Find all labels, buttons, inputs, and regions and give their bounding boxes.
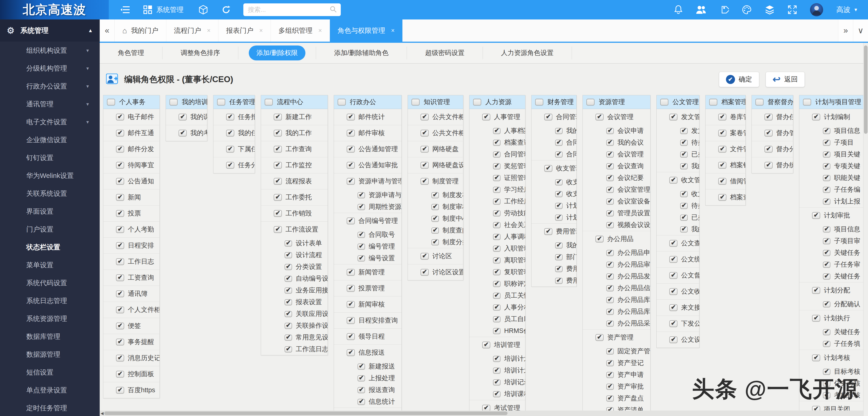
checkbox[interactable] [179,130,187,136]
cube-icon[interactable] [198,5,208,14]
subtab-1[interactable]: 调整角色排序 [162,47,238,59]
checkbox[interactable] [347,349,355,356]
sidebar-item-8[interactable]: 关联系统设置 [0,185,100,203]
close-icon[interactable]: × [391,27,395,34]
checkbox[interactable] [493,163,500,169]
checkbox[interactable] [586,99,594,105]
checkbox[interactable] [116,146,124,152]
checkbox[interactable] [803,99,811,105]
checkbox[interactable] [812,212,820,219]
checkbox[interactable] [116,387,124,393]
sidebar-item-9[interactable]: 界面设置 [0,203,100,220]
checkbox[interactable] [718,194,726,201]
checkbox[interactable] [493,128,500,134]
checkbox[interactable] [493,281,500,287]
checkbox[interactable] [116,210,124,217]
checkbox[interactable] [606,348,614,354]
tab-4[interactable]: 角色与权限管理× [330,20,403,42]
tab-0[interactable]: ⌂我的门户 [115,20,166,42]
checkbox[interactable] [116,322,124,329]
checkbox[interactable] [823,262,830,268]
checkbox[interactable] [285,346,292,352]
checkbox[interactable] [823,341,830,347]
sidebar-item-13[interactable]: 系统代码设置 [0,274,100,292]
checkbox[interactable] [606,262,614,268]
checkbox[interactable] [555,179,563,185]
checkbox[interactable] [823,226,830,233]
sidebar-header-system-admin[interactable]: ⚙ 系统管理 ▲ [0,20,100,42]
checkbox[interactable] [718,178,726,185]
checkbox[interactable] [493,379,500,385]
checkbox[interactable] [347,317,355,324]
sidebar-item-5[interactable]: 企业微信设置 [0,131,100,149]
sidebar-item-16[interactable]: 数据库管理 [0,328,100,346]
user-avatar[interactable] [810,3,823,16]
sidebar-item-17[interactable]: 数据源管理 [0,346,100,363]
checkbox[interactable] [555,254,563,260]
checkbox[interactable] [555,266,563,272]
apps-grid-icon[interactable] [143,5,152,14]
checkbox[interactable] [116,274,124,281]
back-button[interactable]: ↩ 返回 [766,72,805,87]
subtab-5[interactable]: 人力资源角色设置 [483,47,572,59]
checkbox[interactable] [606,187,614,193]
checkbox[interactable] [226,130,234,136]
checkbox[interactable] [116,371,124,378]
checkbox[interactable] [606,250,614,256]
subtab-3[interactable]: 添加/删除辅助角色 [316,47,407,59]
checkbox[interactable] [116,194,124,201]
checkbox[interactable] [606,320,614,326]
checkbox[interactable] [347,333,355,340]
checkbox[interactable] [226,146,234,152]
checkbox[interactable] [358,204,365,210]
tab-2[interactable]: 报表门户× [218,20,271,42]
checkbox[interactable] [431,204,439,210]
checkbox[interactable] [274,146,282,152]
checkbox[interactable] [823,140,830,146]
scroll-left-arrow-icon[interactable]: ◀ [101,411,103,416]
checkbox[interactable] [555,242,563,248]
checkbox[interactable] [482,114,490,120]
checkbox[interactable] [718,114,726,120]
checkbox[interactable] [823,187,830,193]
checkbox[interactable] [347,162,355,169]
checkbox[interactable] [285,264,292,270]
checkbox[interactable] [116,307,124,313]
close-icon[interactable]: × [318,27,322,34]
checkbox[interactable] [274,210,282,217]
checkbox[interactable] [493,304,500,311]
checkbox[interactable] [347,114,355,120]
checkbox[interactable] [669,288,678,295]
checkbox[interactable] [812,287,820,294]
checkbox[interactable] [555,215,563,221]
checkbox[interactable] [606,384,614,390]
checkbox[interactable] [347,217,355,224]
checkbox[interactable] [823,301,830,307]
sidebar-item-15[interactable]: 系统资源管理 [0,310,100,328]
checkbox[interactable] [493,316,500,322]
sidebar-item-10[interactable]: 门户设置 [0,220,100,238]
checkbox[interactable] [680,151,688,158]
horizontal-scrollbar-thumb[interactable] [104,412,507,415]
checkbox[interactable] [493,234,500,240]
checkbox[interactable] [555,128,563,134]
checkbox[interactable] [606,175,614,181]
checkbox[interactable] [606,372,614,378]
checkbox[interactable] [217,99,225,105]
checkbox[interactable] [669,114,678,120]
checkbox[interactable] [765,146,773,152]
checkbox[interactable] [555,140,563,146]
subtab-4[interactable]: 超级密码设置 [407,47,483,59]
checkbox[interactable] [116,339,124,345]
layers-icon[interactable] [765,5,775,14]
checkbox[interactable] [606,309,614,315]
checkbox[interactable] [595,236,603,242]
checkbox[interactable] [812,354,820,361]
checkbox[interactable] [669,256,678,263]
checkbox[interactable] [669,336,678,343]
checkbox[interactable] [823,329,830,335]
checkbox[interactable] [680,226,688,233]
checkbox[interactable] [493,293,500,299]
checkbox[interactable] [493,368,500,374]
checkbox[interactable] [765,162,773,169]
